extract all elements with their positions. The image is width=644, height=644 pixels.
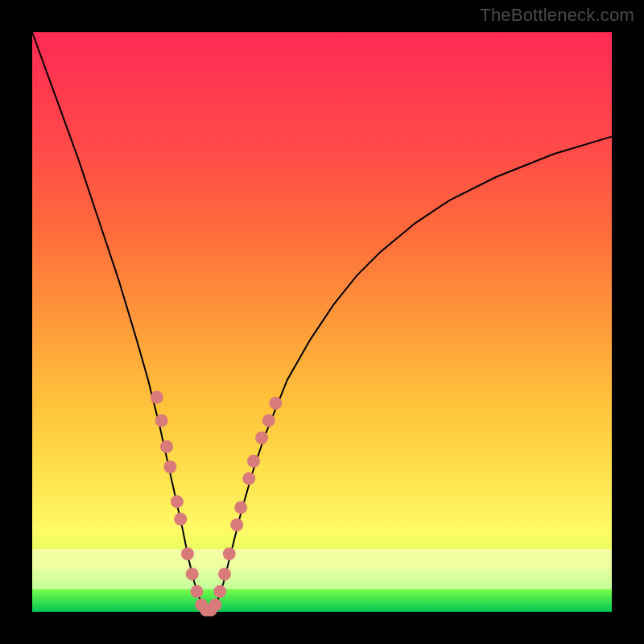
marker-dot bbox=[269, 397, 282, 410]
marker-dot bbox=[242, 472, 255, 485]
marker-dot bbox=[160, 440, 173, 453]
bottleneck-curve bbox=[32, 32, 612, 612]
marker-dot bbox=[181, 547, 194, 560]
marker-dot bbox=[174, 513, 187, 526]
marker-dot bbox=[191, 585, 204, 598]
watermark-text: TheBottleneck.com bbox=[480, 5, 634, 26]
marker-dot bbox=[163, 460, 176, 473]
chart-overlay bbox=[32, 32, 612, 612]
marker-dot bbox=[262, 414, 275, 427]
chart-frame: TheBottleneck.com bbox=[0, 0, 644, 644]
marker-dot bbox=[186, 568, 199, 580]
marker-dot bbox=[255, 431, 268, 444]
plot-area bbox=[32, 32, 612, 612]
marker-dot bbox=[171, 495, 184, 508]
marker-dot bbox=[151, 391, 163, 404]
marker-dot bbox=[234, 501, 247, 514]
marker-group bbox=[151, 391, 283, 617]
marker-dot bbox=[247, 455, 260, 468]
marker-dot bbox=[223, 547, 236, 560]
marker-dot bbox=[209, 598, 222, 611]
marker-dot bbox=[213, 585, 226, 598]
marker-dot bbox=[230, 518, 243, 531]
marker-dot bbox=[218, 568, 231, 580]
marker-dot bbox=[155, 414, 168, 427]
